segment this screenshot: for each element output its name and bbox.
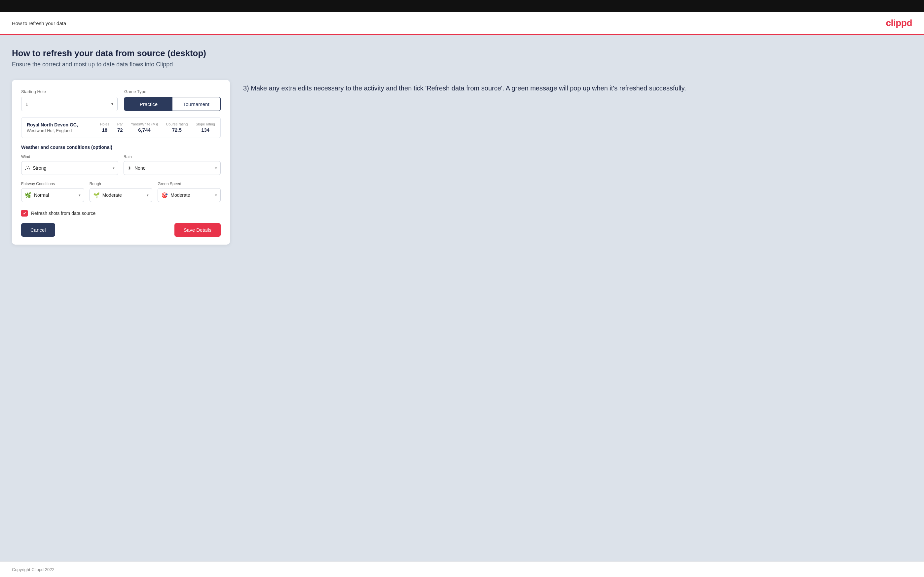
green-speed-icon: 🎯 — [161, 192, 168, 198]
fairway-icon: 🌿 — [25, 192, 31, 198]
stat-holes-value: 18 — [102, 127, 107, 133]
conditions-row-1: Wind 🌬 Strong ▾ Rain ☀ None ▾ — [21, 155, 221, 175]
rough-field: Rough 🌱 Moderate ▾ — [89, 182, 153, 202]
main-content: How to refresh your data from source (de… — [0, 35, 924, 561]
top-row: Starting Hole 1 10 ▾ Game Type Practice … — [21, 89, 221, 111]
refresh-row: Refresh shots from data source — [21, 210, 221, 216]
page-subheading: Ensure the correct and most up to date d… — [12, 61, 912, 68]
refresh-label: Refresh shots from data source — [31, 211, 95, 216]
rough-label: Rough — [89, 182, 153, 186]
fairway-value: Normal — [34, 192, 79, 198]
stat-par-label: Par — [117, 122, 123, 126]
stat-yards-value: 6,744 — [138, 127, 151, 133]
stat-holes-label: Holes — [100, 122, 109, 126]
wind-dropdown[interactable]: 🌬 Strong ▾ — [21, 161, 118, 175]
header-title: How to refresh your data — [12, 21, 66, 26]
starting-hole-col: Starting Hole 1 10 ▾ — [21, 89, 118, 111]
stat-course-rating-label: Course rating — [166, 122, 187, 126]
rough-value: Moderate — [102, 192, 147, 198]
tournament-button[interactable]: Tournament — [173, 97, 220, 111]
stat-slope-label: Slope rating — [195, 122, 215, 126]
green-speed-value: Moderate — [170, 192, 215, 198]
stat-par-value: 72 — [117, 127, 123, 133]
wind-field: Wind 🌬 Strong ▾ — [21, 155, 118, 175]
side-text: 3) Make any extra edits necessary to the… — [243, 80, 912, 93]
weather-section-title: Weather and course conditions (optional) — [21, 145, 221, 150]
game-type-toggle: Practice Tournament — [124, 97, 221, 111]
course-location: Westward Ho!, England — [27, 128, 94, 133]
conditions-row-2: Fairway Conditions 🌿 Normal ▾ Rough 🌱 Mo… — [21, 182, 221, 202]
rain-dropdown[interactable]: ☀ None ▾ — [124, 161, 221, 175]
game-type-label: Game Type — [124, 89, 221, 94]
course-stats: Holes 18 Par 72 Yards/White (M)) 6,744 C… — [100, 122, 215, 133]
side-instruction: 3) Make any extra edits necessary to the… — [243, 83, 912, 93]
rain-chevron-icon: ▾ — [215, 166, 217, 170]
fairway-field: Fairway Conditions 🌿 Normal ▾ — [21, 182, 84, 202]
game-type-col: Game Type Practice Tournament — [124, 89, 221, 111]
rain-field: Rain ☀ None ▾ — [124, 155, 221, 175]
course-name: Royal North Devon GC, — [27, 122, 94, 127]
wind-icon: 🌬 — [25, 165, 30, 171]
starting-hole-label: Starting Hole — [21, 89, 118, 94]
rough-dropdown[interactable]: 🌱 Moderate ▾ — [89, 188, 153, 202]
green-speed-label: Green Speed — [158, 182, 221, 186]
starting-hole-input[interactable]: 1 10 — [26, 102, 113, 107]
practice-button[interactable]: Practice — [125, 97, 173, 111]
stat-course-rating-value: 72.5 — [172, 127, 182, 133]
green-speed-field: Green Speed 🎯 Moderate ▾ — [158, 182, 221, 202]
footer-text: Copyright Clippd 2022 — [12, 567, 55, 572]
main-card: Starting Hole 1 10 ▾ Game Type Practice … — [12, 80, 230, 245]
rain-value: None — [134, 165, 215, 171]
stat-par: Par 72 — [117, 122, 123, 133]
stat-slope-value: 134 — [201, 127, 210, 133]
logo: clippd — [886, 18, 912, 28]
rain-icon: ☀ — [127, 165, 132, 171]
wind-label: Wind — [21, 155, 118, 159]
wind-value: Strong — [33, 165, 113, 171]
starting-hole-select[interactable]: 1 10 ▾ — [21, 97, 118, 111]
rough-chevron-icon: ▾ — [147, 193, 149, 197]
green-speed-dropdown[interactable]: 🎯 Moderate ▾ — [158, 188, 221, 202]
save-button[interactable]: Save Details — [174, 223, 221, 237]
stat-yards: Yards/White (M)) 6,744 — [131, 122, 158, 133]
rough-icon: 🌱 — [93, 192, 100, 198]
fairway-chevron-icon: ▾ — [79, 193, 81, 197]
stat-course-rating: Course rating 72.5 — [166, 122, 187, 133]
top-bar — [0, 0, 924, 12]
wind-chevron-icon: ▾ — [113, 166, 115, 170]
stat-yards-label: Yards/White (M)) — [131, 122, 158, 126]
rain-label: Rain — [124, 155, 221, 159]
fairway-dropdown[interactable]: 🌿 Normal ▾ — [21, 188, 84, 202]
course-name-block: Royal North Devon GC, Westward Ho!, Engl… — [27, 122, 94, 133]
footer: Copyright Clippd 2022 — [0, 561, 924, 577]
stat-holes: Holes 18 — [100, 122, 109, 133]
course-info-box: Royal North Devon GC, Westward Ho!, Engl… — [21, 117, 221, 138]
content-area: Starting Hole 1 10 ▾ Game Type Practice … — [12, 80, 912, 245]
stat-slope: Slope rating 134 — [195, 122, 215, 133]
refresh-checkbox[interactable] — [21, 210, 28, 216]
header: How to refresh your data clippd — [0, 12, 924, 35]
green-speed-chevron-icon: ▾ — [215, 193, 217, 197]
cancel-button[interactable]: Cancel — [21, 223, 55, 237]
page-heading: How to refresh your data from source (de… — [12, 48, 912, 58]
fairway-label: Fairway Conditions — [21, 182, 84, 186]
buttons-row: Cancel Save Details — [21, 223, 221, 237]
